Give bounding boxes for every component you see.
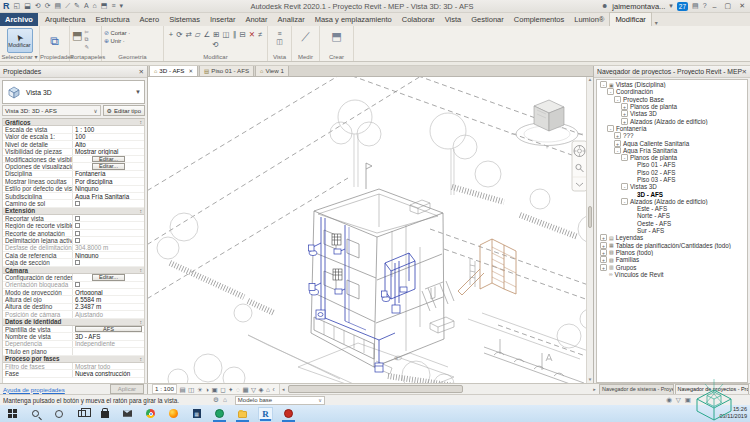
modify-tool-icon-9[interactable]: ✕ (249, 30, 255, 39)
worksharing-display-icon[interactable]: ▽ (251, 385, 256, 394)
dimension-icon[interactable]: ✎ (74, 1, 80, 11)
property-value[interactable]: Independiente (73, 341, 144, 347)
property-value[interactable]: Ajustando (73, 311, 144, 317)
tree-node-oeste-afs[interactable]: Oeste - AFS (597, 220, 747, 227)
cut-icon[interactable]: ✂ (84, 29, 89, 35)
ribbon-tab-archivo[interactable]: Archivo (0, 13, 38, 26)
property-checkbox[interactable] (75, 216, 80, 221)
section-collapse-icon[interactable]: ↕ (140, 356, 143, 362)
scroll-up-icon[interactable]: ▲ (587, 77, 593, 83)
sun-path-icon[interactable]: ☀ (197, 385, 203, 394)
modify-tool-icon-8[interactable]: ⊟ (239, 30, 245, 39)
property-value[interactable] (73, 230, 144, 236)
browser-close-icon[interactable]: ✕ (742, 68, 747, 76)
property-value[interactable]: Mostrar todo (73, 363, 144, 369)
notification-badge[interactable]: 27 (677, 2, 688, 11)
tree-expander-icon[interactable]: - (621, 183, 628, 190)
visual-style-icon[interactable]: ◫ (188, 385, 194, 394)
property-value[interactable]: 6.5584 m (73, 296, 144, 302)
vertical-scrollbar[interactable]: ▲ ▼ (586, 77, 593, 383)
tree-node-familias[interactable]: +▨Familias (597, 256, 747, 263)
ribbon-tab-complementos[interactable]: Complementos (509, 13, 569, 26)
property-value[interactable]: 3D - AFS (73, 333, 144, 339)
geometry-button[interactable]: ⊘ Cortar · (104, 30, 161, 36)
reveal-hidden-icon[interactable]: ▦ (242, 385, 248, 394)
thin-lines-icon[interactable]: ≡ (111, 1, 115, 11)
property-value[interactable]: Mostrar original (73, 149, 144, 155)
type-selector[interactable]: Vista 3D ▼ (2, 80, 145, 104)
instance-selector[interactable]: Vista 3D: 3D - AFS ∨ (2, 105, 101, 116)
tree-node-coordinaci-n[interactable]: -Coordinación (597, 88, 747, 95)
design-option-select[interactable]: Modelo base ∨ (235, 396, 325, 405)
mail-icon[interactable] (120, 407, 135, 420)
property-section[interactable]: Gráficos↕ (3, 119, 144, 126)
section-icon[interactable]: ⬒ (101, 1, 108, 11)
tree-node-planos-de-planta[interactable]: +Planos de planta (597, 103, 747, 110)
property-checkbox[interactable] (75, 223, 80, 228)
property-value[interactable] (73, 237, 144, 243)
property-value[interactable] (73, 215, 144, 221)
tree-node-sur-afs[interactable]: Sur - AFS (597, 227, 747, 234)
property-section[interactable]: Cámara↕ (3, 267, 144, 274)
property-value[interactable]: 100 (73, 134, 144, 140)
tree-expander-icon[interactable]: - (600, 81, 607, 88)
property-checkbox[interactable] (75, 260, 80, 265)
modify-tool-icon-10[interactable]: ≠ (258, 30, 262, 39)
ribbon-tab-anotar[interactable]: Anotar (240, 13, 272, 26)
property-section[interactable]: Proceso por fases↕ (3, 356, 144, 363)
modify-tool-icon-0[interactable]: + (169, 30, 173, 39)
tree-expander-icon[interactable]: - (614, 96, 621, 103)
ribbon-tab-masa-y-emplazamiento[interactable]: Masa y emplazamiento (310, 13, 397, 26)
taskview-button[interactable] (74, 407, 89, 420)
default-3d-view-icon[interactable]: ⌂ (93, 1, 97, 11)
ribbon-tab-acero[interactable]: Acero (135, 13, 165, 26)
hide-icon[interactable]: ◫ (276, 38, 283, 46)
tree-expander-icon[interactable]: + (621, 103, 628, 110)
open-icon[interactable]: ◱ (14, 1, 21, 11)
tree-node--[interactable]: +??? (597, 132, 747, 139)
browser-header[interactable]: Navegador de proyectos - Proyecto Revit … (594, 66, 750, 78)
tree-node-fontaner-a[interactable]: -Fontanería (597, 125, 747, 132)
tree-expander-icon[interactable]: - (607, 88, 614, 95)
tree-expander-icon[interactable]: + (600, 242, 607, 249)
section-collapse-icon[interactable]: ↕ (140, 319, 143, 325)
temporary-hide-icon[interactable]: ◌ (236, 385, 240, 394)
chevron-down-icon[interactable]: ▾ (669, 1, 673, 11)
property-section[interactable]: Datos de identidad↕ (3, 319, 144, 326)
property-section[interactable]: Extensión↕ (3, 208, 144, 215)
tree-node-grupos[interactable]: +▥Grupos (597, 263, 747, 270)
tree-expander-icon[interactable]: + (600, 249, 607, 256)
collapse-icon[interactable]: ‹ (273, 385, 275, 394)
undo-icon[interactable]: ⟲ (35, 1, 41, 11)
property-value[interactable]: Ninguno (73, 186, 144, 192)
ribbon-tab-sistemas[interactable]: Sistemas (164, 13, 205, 26)
tree-expander-icon[interactable]: - (621, 198, 628, 205)
tree-expander-icon[interactable]: + (614, 132, 621, 139)
property-value[interactable]: Alto (73, 141, 144, 147)
modify-tool-icon-6[interactable]: ◫ (223, 30, 230, 39)
view-tab-view-1[interactable]: ⌂View 1 (255, 66, 289, 76)
show-crop-icon[interactable]: ◻ (220, 385, 225, 394)
ribbon-tab-colaborar[interactable]: Colaborar (397, 13, 440, 26)
search-button[interactable] (28, 407, 43, 420)
green-app-icon[interactable] (212, 407, 227, 420)
filter-icon[interactable]: ▽ (676, 396, 681, 404)
property-value[interactable] (73, 222, 144, 228)
property-value[interactable]: Editar... (73, 156, 144, 162)
property-value[interactable]: 2.3487 m (73, 304, 144, 310)
model-3d-view[interactable]: S (148, 77, 594, 383)
tree-node-piso-01-afs[interactable]: Piso 01 - AFS (597, 161, 747, 168)
tree-node-este-afs[interactable]: Este - AFS (597, 205, 747, 212)
tree-expander-icon[interactable]: + (621, 118, 628, 125)
tree-node-leyendas[interactable]: +▤Leyendas (597, 234, 747, 241)
scroll-down-icon[interactable]: ▼ (587, 377, 593, 383)
tree-expander-icon[interactable]: - (621, 154, 628, 161)
tree-node-agua-fr-a-sanitaria[interactable]: -Agua Fría Sanitaria (597, 147, 747, 154)
print-icon[interactable]: ▤ (55, 1, 62, 11)
tree-node-vistas-3d[interactable]: +Vistas 3D (597, 110, 747, 117)
tree-node-tablas-de-planificaci-n-cantidades-todo-[interactable]: +▦Tablas de planificación/Cantidades (to… (597, 242, 747, 249)
ribbon-tab-lumion-[interactable]: Lumion® (569, 13, 609, 26)
property-edit-button[interactable]: Editar... (92, 163, 125, 169)
modify-tool-icon-1[interactable]: ⟳ (176, 30, 182, 39)
properties-palette-button[interactable]: ⧉ (44, 28, 66, 53)
